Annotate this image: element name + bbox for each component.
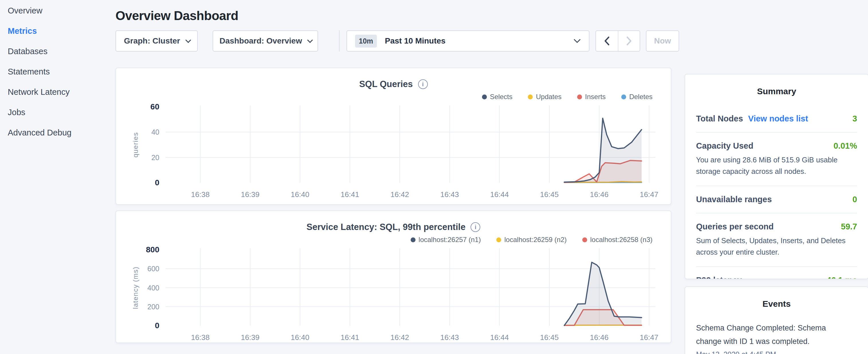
legend-dot bbox=[411, 237, 415, 242]
legend-dot bbox=[577, 95, 582, 99]
controls-divider bbox=[339, 30, 340, 52]
svg-text:16:38: 16:38 bbox=[191, 190, 210, 199]
svg-text:16:39: 16:39 bbox=[241, 190, 259, 199]
main-content: Overview Dashboard Graph: Cluster Dashbo… bbox=[116, 0, 679, 354]
svg-text:16:47: 16:47 bbox=[640, 190, 658, 199]
legend-dot bbox=[528, 95, 533, 99]
legend-label: Updates bbox=[536, 93, 561, 101]
svg-text:16:39: 16:39 bbox=[241, 333, 259, 342]
summary-row-qps: Queries per second 59.7 bbox=[696, 222, 857, 231]
capacity-used-label: Capacity Used bbox=[696, 141, 753, 151]
summary-title: Summary bbox=[696, 87, 857, 96]
svg-text:latency (ms): latency (ms) bbox=[131, 266, 139, 309]
sidebar-item-metrics[interactable]: Metrics bbox=[8, 21, 116, 41]
sidebar-item-advanced-debug[interactable]: Advanced Debug bbox=[8, 123, 116, 143]
chevron-down-icon bbox=[307, 37, 313, 43]
unavailable-ranges-value: 0 bbox=[852, 195, 857, 204]
total-nodes-label: Total Nodes bbox=[696, 114, 743, 123]
legend-label: Selects bbox=[490, 93, 513, 101]
legend-item-selects[interactable]: Selects bbox=[482, 93, 513, 101]
svg-text:800: 800 bbox=[146, 246, 159, 254]
divider bbox=[696, 132, 857, 133]
graph-dropdown[interactable]: Graph: Cluster bbox=[116, 30, 198, 52]
svg-text:20: 20 bbox=[151, 154, 159, 162]
chart-title: Service Latency: SQL, 99th percentile bbox=[307, 222, 466, 232]
event-list-item[interactable]: Schema Change Completed: Schema change w… bbox=[696, 321, 857, 354]
legend-label: Inserts bbox=[585, 93, 606, 101]
svg-text:16:45: 16:45 bbox=[540, 190, 559, 199]
legend-dot bbox=[621, 95, 626, 99]
chart-legend: localhost:26257 (n1) localhost:26259 (n2… bbox=[116, 235, 652, 244]
svg-text:16:43: 16:43 bbox=[440, 333, 459, 342]
sidebar-item-network-latency[interactable]: Network Latency bbox=[8, 82, 116, 102]
dashboard-dropdown[interactable]: Dashboard: Overview bbox=[213, 30, 318, 52]
legend-item-inserts[interactable]: Inserts bbox=[577, 93, 606, 101]
divider bbox=[696, 266, 857, 267]
time-window-badge: 10m bbox=[355, 35, 377, 47]
queries-per-second-value: 59.7 bbox=[841, 222, 857, 231]
legend-item-node2[interactable]: localhost:26259 (n2) bbox=[496, 236, 566, 244]
p99-latency-value: 46.1 ms bbox=[827, 276, 857, 279]
sidebar-item-overview[interactable]: Overview bbox=[8, 1, 116, 21]
service-latency-chart-card: Service Latency: SQL, 99th percentile lo… bbox=[116, 211, 672, 343]
now-button[interactable]: Now bbox=[646, 30, 679, 52]
legend-item-deletes[interactable]: Deletes bbox=[621, 93, 652, 101]
sql-queries-plot[interactable]: 020406016:3816:3916:4016:4116:4216:4316:… bbox=[121, 102, 666, 203]
svg-text:16:42: 16:42 bbox=[390, 190, 409, 199]
svg-text:16:46: 16:46 bbox=[590, 190, 608, 199]
svg-text:16:41: 16:41 bbox=[340, 190, 359, 199]
svg-text:40: 40 bbox=[151, 128, 159, 136]
chevron-left-icon bbox=[604, 36, 610, 46]
legend-label: localhost:26258 (n3) bbox=[590, 236, 652, 244]
sidebar-item-databases[interactable]: Databases bbox=[8, 41, 116, 62]
svg-text:16:44: 16:44 bbox=[490, 333, 509, 342]
svg-text:0: 0 bbox=[155, 178, 159, 187]
svg-text:400: 400 bbox=[147, 284, 159, 292]
sidebar-item-jobs[interactable]: Jobs bbox=[8, 102, 116, 123]
svg-text:16:41: 16:41 bbox=[340, 333, 359, 342]
time-step-buttons bbox=[595, 30, 640, 52]
chart-title-row: Service Latency: SQL, 99th percentile bbox=[116, 221, 671, 233]
total-nodes-value: 3 bbox=[852, 114, 857, 123]
summary-row-capacity: Capacity Used 0.01% bbox=[696, 141, 857, 151]
svg-text:16:38: 16:38 bbox=[191, 333, 210, 342]
queries-per-second-description: Sum of Selects, Updates, Inserts, and De… bbox=[696, 235, 857, 258]
legend-label: Deletes bbox=[629, 93, 652, 101]
service-latency-plot[interactable]: 020040060080016:3816:3916:4016:4116:4216… bbox=[121, 246, 666, 343]
right-panel: Summary Total Nodes View nodes list 3 Ca… bbox=[685, 0, 868, 354]
app-root: Overview Metrics Databases Statements Ne… bbox=[0, 0, 868, 354]
svg-text:16:43: 16:43 bbox=[440, 190, 459, 199]
legend-item-node1[interactable]: localhost:26257 (n1) bbox=[411, 236, 481, 244]
sql-queries-chart-card: SQL Queries Selects Updates Inserts Dele… bbox=[116, 68, 672, 205]
legend-dot bbox=[496, 237, 501, 242]
controls-bar: Graph: Cluster Dashboard: Overview 10m P… bbox=[116, 30, 679, 52]
p99-latency-label: P99 latency bbox=[696, 276, 742, 279]
sidebar-item-statements[interactable]: Statements bbox=[8, 62, 116, 82]
legend-dot bbox=[582, 237, 587, 242]
time-range-dropdown[interactable]: 10m Past 10 Minutes bbox=[346, 30, 589, 52]
summary-panel: Summary Total Nodes View nodes list 3 Ca… bbox=[685, 74, 868, 279]
page-title: Overview Dashboard bbox=[116, 9, 679, 23]
info-icon[interactable] bbox=[418, 79, 428, 89]
prev-time-button[interactable] bbox=[596, 31, 618, 51]
svg-text:16:42: 16:42 bbox=[390, 333, 409, 342]
svg-text:16:47: 16:47 bbox=[640, 333, 658, 342]
unavailable-ranges-label: Unavailable ranges bbox=[696, 195, 772, 204]
chart-legend: Selects Updates Inserts Deletes bbox=[116, 92, 652, 101]
view-nodes-list-link[interactable]: View nodes list bbox=[748, 114, 808, 123]
svg-text:16:46: 16:46 bbox=[590, 333, 608, 342]
svg-text:16:40: 16:40 bbox=[290, 190, 309, 199]
info-icon[interactable] bbox=[470, 222, 480, 232]
svg-text:16:44: 16:44 bbox=[490, 190, 509, 199]
events-panel: Events Schema Change Completed: Schema c… bbox=[685, 286, 868, 354]
next-time-button[interactable] bbox=[618, 31, 640, 51]
event-text: Schema Change Completed: Schema change w… bbox=[696, 321, 839, 349]
legend-item-updates[interactable]: Updates bbox=[528, 93, 561, 101]
summary-row-total-nodes: Total Nodes View nodes list 3 bbox=[696, 114, 857, 123]
legend-item-node3[interactable]: localhost:26258 (n3) bbox=[582, 236, 652, 244]
chart-title-row: SQL Queries bbox=[116, 78, 671, 90]
chevron-right-icon bbox=[626, 36, 632, 46]
chevron-down-icon bbox=[574, 39, 581, 43]
legend-dot bbox=[482, 95, 487, 99]
sidebar: Overview Metrics Databases Statements Ne… bbox=[0, 0, 116, 354]
